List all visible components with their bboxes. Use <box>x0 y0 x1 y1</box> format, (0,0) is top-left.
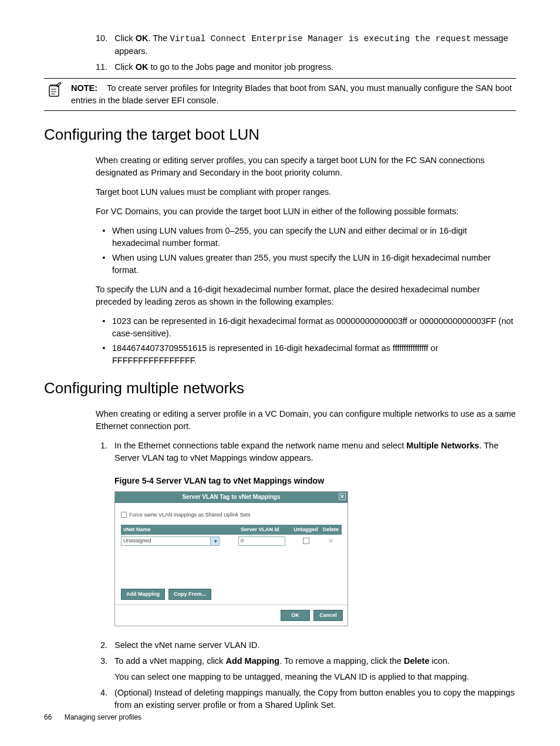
table-row: Unassigned 0 ✕ <box>121 535 342 548</box>
col-header-untagged: Untagged <box>291 525 321 535</box>
untagged-checkbox[interactable] <box>303 538 309 544</box>
close-icon[interactable]: ✕ <box>339 493 346 500</box>
paragraph: When creating or editing a server profil… <box>96 408 516 433</box>
step-text: Select the vNet name server VLAN ID. <box>114 639 516 652</box>
vlan-id-input[interactable]: 0 <box>238 536 285 546</box>
note-icon <box>44 82 65 107</box>
delete-icon[interactable]: ✕ <box>328 537 333 544</box>
step-number: 4. <box>96 687 114 711</box>
step-subtext: You can select one mapping to be untagge… <box>114 671 516 683</box>
note-label: NOTE: <box>71 83 97 93</box>
paragraph: Target boot LUN values must be compliant… <box>96 186 516 198</box>
step-number: 10. <box>96 32 114 58</box>
vnet-select[interactable]: Unassigned <box>121 536 220 546</box>
note-text: NOTE: To create server profiles for Inte… <box>71 82 516 107</box>
force-checkbox-row[interactable]: Force same VLAN mappings as Shared Uplin… <box>121 511 342 519</box>
step-number: 11. <box>96 61 114 73</box>
figure-caption: Figure 5-4 Server VLAN tag to vNet Mappi… <box>114 475 516 487</box>
step-text: (Optional) Instead of deleting mappings … <box>114 687 516 711</box>
step-3: 3. To add a vNet mapping, click Add Mapp… <box>96 655 516 683</box>
col-header-vlanid: Server VLAN Id <box>238 525 291 535</box>
steps-top-block: 10. Click OK. The Virtual Connect Enterp… <box>44 32 516 73</box>
checkbox-icon[interactable] <box>121 512 127 518</box>
step-4: 4. (Optional) Instead of deleting mappin… <box>96 687 516 711</box>
step-text: To add a vNet mapping, click Add Mapping… <box>114 655 516 683</box>
svg-rect-0 <box>49 86 59 96</box>
step-1: 1. In the Ethernet connections table exp… <box>96 440 516 464</box>
col-header-vnet: vNet Name <box>121 525 238 535</box>
step-10: 10. Click OK. The Virtual Connect Enterp… <box>96 32 516 58</box>
step-number: 2. <box>96 639 114 652</box>
step-text: In the Ethernet connections table expand… <box>114 440 516 464</box>
bullet-item: 1023 can be represented in 16-digit hexa… <box>96 315 516 340</box>
add-mapping-button[interactable]: Add Mapping <box>121 589 165 600</box>
copy-from-button[interactable]: Copy From... <box>168 589 211 600</box>
step-2: 2. Select the vNet name server VLAN ID. <box>96 639 516 652</box>
step-number: 3. <box>96 655 114 683</box>
paragraph: When creating or editing server profiles… <box>96 154 516 179</box>
dialog-title: Server VLAN Tag to vNet Mappings <box>182 494 280 500</box>
dialog-title-bar: Server VLAN Tag to vNet Mappings ✕ <box>115 492 348 503</box>
ok-button[interactable]: OK <box>281 610 310 621</box>
section-heading-boot-lun: Configuring the target boot LUN <box>44 124 516 146</box>
bullet-item: When using LUN values greater than 255, … <box>96 252 516 276</box>
table-header: vNet Name Server VLAN Id Untagged Delete <box>121 525 342 535</box>
bullet-item: When using LUN values from 0–255, you ca… <box>96 225 516 249</box>
section-heading-multiple-networks: Configuring multiple networks <box>44 377 516 400</box>
page-footer: 66 Managing server profiles <box>44 713 141 723</box>
note-block: NOTE: To create server profiles for Inte… <box>44 78 516 111</box>
footer-title: Managing server profiles <box>65 713 141 721</box>
step-text: Click OK to go to the Jobs page and moni… <box>114 61 516 73</box>
step-number: 1. <box>96 440 114 464</box>
step-text: Click OK. The Virtual Connect Enterprise… <box>114 32 516 58</box>
paragraph: For VC Domains, you can provide the targ… <box>96 205 516 218</box>
checkbox-label: Force same VLAN mappings as Shared Uplin… <box>129 511 251 519</box>
paragraph: To specify the LUN and a 16-digit hexade… <box>96 283 516 308</box>
step-11: 11. Click OK to go to the Jobs page and … <box>96 61 516 73</box>
cancel-button[interactable]: Cancel <box>313 610 343 621</box>
bullet-item: 18446744073709551615 is represented in 1… <box>96 342 516 367</box>
page-number: 66 <box>44 713 52 721</box>
col-header-delete: Delete <box>321 525 341 535</box>
screenshot-vlan-mappings: Server VLAN Tag to vNet Mappings ✕ Force… <box>114 491 348 626</box>
